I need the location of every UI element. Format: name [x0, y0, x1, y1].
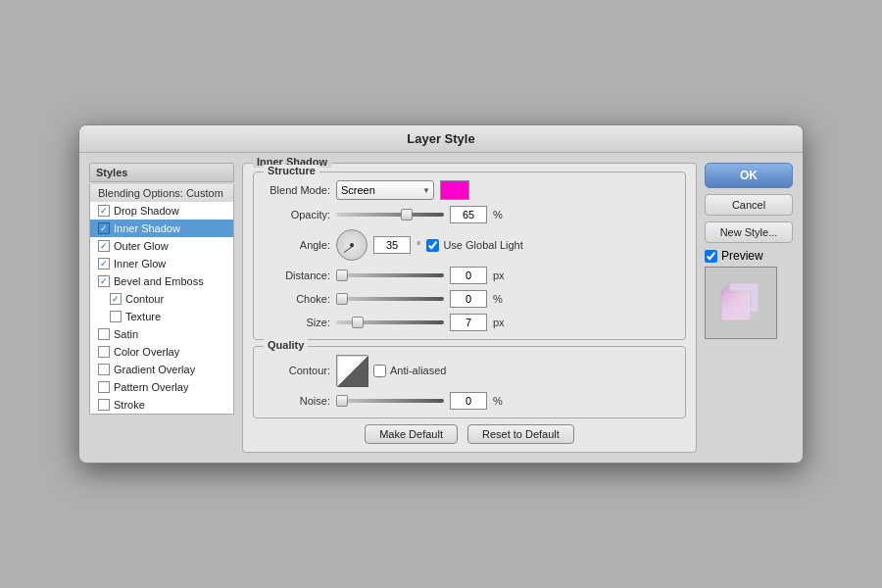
sidebar-item-bevel-emboss[interactable]: Bevel and Emboss: [90, 272, 233, 290]
reset-default-button[interactable]: Reset to Default: [467, 424, 574, 444]
anti-alias-row: Anti-aliased: [373, 365, 446, 377]
noise-unit: %: [493, 395, 503, 407]
sidebar-item-gradient-overlay[interactable]: Gradient Overlay: [90, 361, 233, 378]
satin-label: Satin: [114, 328, 138, 340]
angle-dial[interactable]: [336, 229, 368, 261]
preview-section: Preview: [705, 249, 793, 339]
contour-preview[interactable]: [336, 355, 368, 386]
bevel-emboss-label: Bevel and Emboss: [114, 275, 204, 287]
distance-slider[interactable]: [336, 273, 444, 277]
sidebar-item-inner-shadow[interactable]: Inner Shadow: [90, 220, 233, 237]
bevel-emboss-checkbox[interactable]: [98, 275, 110, 287]
structure-group-label: Structure: [264, 165, 319, 176]
global-light-label: Use Global Light: [443, 239, 522, 251]
distance-row: Distance: px: [264, 267, 675, 284]
inner-glow-checkbox[interactable]: [98, 258, 110, 270]
opacity-thumb[interactable]: [401, 209, 413, 220]
sidebar-item-outer-glow[interactable]: Outer Glow: [90, 237, 233, 255]
sidebar-item-texture[interactable]: Texture: [90, 308, 233, 325]
quality-group-label: Quality: [264, 339, 308, 351]
blend-mode-row: Blend Mode: Screen Normal Multiply Overl…: [264, 180, 675, 200]
sidebar-item-color-overlay[interactable]: Color Overlay: [90, 343, 233, 361]
sidebar-item-stroke[interactable]: Stroke: [90, 396, 233, 414]
sidebar-item-drop-shadow[interactable]: Drop Shadow: [90, 202, 233, 220]
size-row: Size: px: [264, 314, 675, 331]
preview-canvas: [705, 267, 777, 339]
sidebar-item-blending-options[interactable]: Blending Options: Custom: [90, 184, 233, 202]
svg-rect-7: [721, 291, 751, 320]
angle-input[interactable]: [373, 236, 411, 254]
noise-input[interactable]: [450, 392, 487, 410]
satin-checkbox[interactable]: [98, 328, 110, 340]
sidebar-item-contour[interactable]: Contour: [90, 290, 233, 308]
size-input[interactable]: [450, 314, 487, 331]
choke-input[interactable]: [450, 290, 487, 308]
gradient-overlay-checkbox[interactable]: [98, 364, 110, 375]
contour-label: Contour: [125, 293, 164, 305]
angle-row: Angle: ° Use Global Light: [264, 229, 675, 261]
distance-label: Distance:: [264, 270, 330, 281]
opacity-input[interactable]: [450, 206, 487, 223]
texture-checkbox[interactable]: [110, 311, 122, 322]
noise-label: Noise:: [264, 395, 330, 407]
color-overlay-checkbox[interactable]: [98, 346, 110, 358]
preview-checkbox[interactable]: [705, 250, 717, 263]
opacity-row: Opacity: %: [264, 206, 675, 223]
stroke-label: Stroke: [114, 399, 145, 411]
blend-mode-label: Blend Mode:: [264, 184, 330, 196]
styles-header: Styles: [89, 163, 234, 182]
distance-thumb[interactable]: [336, 270, 348, 281]
choke-thumb[interactable]: [336, 293, 348, 305]
pattern-overlay-checkbox[interactable]: [98, 381, 110, 393]
sidebar-item-inner-glow[interactable]: Inner Glow: [90, 255, 233, 272]
inner-shadow-group: Inner Shadow Structure Blend Mode: Scree…: [242, 163, 697, 453]
contour-checkbox[interactable]: [110, 293, 122, 305]
inner-shadow-checkbox[interactable]: [98, 222, 110, 234]
angle-degree-symbol: °: [416, 239, 420, 251]
dialog-title: Layer Style: [79, 125, 803, 153]
ok-button[interactable]: OK: [705, 163, 793, 188]
opacity-label: Opacity:: [264, 209, 330, 220]
contour-row: Contour: Anti-aliased: [264, 355, 675, 386]
angle-label: Angle:: [264, 239, 330, 251]
action-buttons-row: Make Default Reset to Default: [253, 424, 686, 444]
color-overlay-label: Color Overlay: [114, 346, 179, 358]
distance-input[interactable]: [450, 267, 487, 284]
stroke-checkbox[interactable]: [98, 399, 110, 411]
inner-shadow-label: Inner Shadow: [114, 222, 180, 234]
layer-style-dialog: Layer Style Styles Blending Options: Cus…: [78, 124, 804, 464]
distance-unit: px: [493, 270, 505, 281]
left-panel: Styles Blending Options: Custom Drop Sha…: [89, 163, 234, 453]
size-unit: px: [493, 317, 505, 328]
opacity-slider[interactable]: [336, 213, 444, 217]
choke-slider[interactable]: [336, 297, 444, 301]
size-slider[interactable]: [336, 320, 444, 324]
anti-alias-label: Anti-aliased: [390, 365, 446, 376]
quality-group: Quality Contour:: [253, 346, 686, 418]
new-style-button[interactable]: New Style...: [705, 221, 793, 243]
choke-row: Choke: %: [264, 290, 675, 308]
sidebar-item-satin[interactable]: Satin: [90, 325, 233, 343]
drop-shadow-label: Drop Shadow: [114, 205, 179, 217]
structure-group: Structure Blend Mode: Screen Normal Mult…: [253, 172, 686, 340]
preview-label: Preview: [721, 249, 763, 263]
anti-alias-checkbox[interactable]: [373, 365, 386, 377]
blend-mode-select[interactable]: Screen Normal Multiply Overlay: [336, 180, 434, 200]
opacity-unit: %: [493, 209, 503, 220]
noise-thumb[interactable]: [336, 395, 348, 407]
inner-glow-label: Inner Glow: [114, 258, 166, 270]
size-label: Size:: [264, 317, 330, 328]
dialog-body: Styles Blending Options: Custom Drop Sha…: [79, 153, 803, 463]
size-thumb[interactable]: [352, 317, 364, 328]
make-default-button[interactable]: Make Default: [365, 424, 458, 444]
styles-list: Blending Options: Custom Drop Shadow Inn…: [89, 184, 234, 415]
sidebar-item-pattern-overlay[interactable]: Pattern Overlay: [90, 378, 233, 396]
noise-slider[interactable]: [336, 399, 444, 403]
middle-panel: Inner Shadow Structure Blend Mode: Scree…: [242, 163, 697, 453]
global-light-checkbox[interactable]: [426, 239, 439, 252]
blend-mode-select-wrapper: Screen Normal Multiply Overlay ▼: [336, 180, 434, 200]
cancel-button[interactable]: Cancel: [705, 194, 793, 216]
shadow-color-swatch[interactable]: [440, 180, 469, 200]
drop-shadow-checkbox[interactable]: [98, 205, 110, 217]
outer-glow-checkbox[interactable]: [98, 240, 110, 252]
